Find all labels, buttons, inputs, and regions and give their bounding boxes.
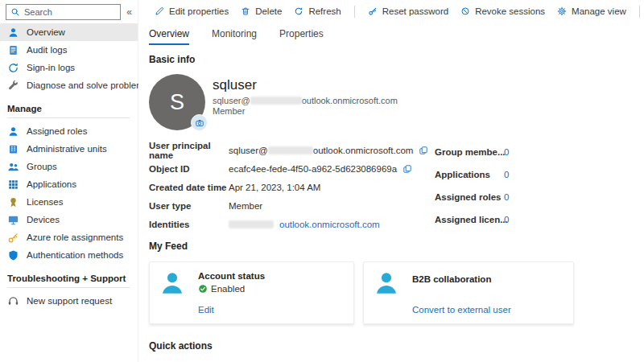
field-user-type: User type Member — [149, 200, 398, 212]
stat-group-memberships: Group membe... 0 — [435, 146, 509, 158]
refresh-button[interactable]: Refresh — [291, 5, 344, 18]
audit-logs-icon — [7, 44, 19, 56]
avatar: S — [149, 74, 205, 130]
gear-icon — [557, 6, 567, 16]
card-title: B2B collaboration — [412, 274, 491, 284]
sidebar-item-licenses[interactable]: Licenses — [0, 193, 138, 211]
stat-value-link[interactable]: 0 — [504, 215, 509, 224]
pencil-icon — [155, 6, 164, 16]
revoke-sessions-button[interactable]: Revoke sessions — [457, 5, 548, 18]
stat-value-link[interactable]: 0 — [504, 192, 509, 202]
trash-icon — [241, 6, 250, 16]
field-value: ecafc4ee-fede-4f50-a962-5d623086969a — [229, 164, 397, 174]
divider — [7, 287, 130, 288]
change-photo-button[interactable] — [191, 114, 208, 131]
toolbar-separator — [354, 6, 355, 18]
shield-icon — [7, 249, 19, 261]
email-prefix: sqluser@ — [213, 96, 250, 105]
tab-overview[interactable]: Overview — [149, 28, 189, 45]
sidebar-item-label: Authentication methods — [27, 250, 123, 260]
edit-properties-button[interactable]: Edit properties — [151, 5, 232, 18]
field-user-principal-name: User principal name sqluser@outlook.onmi… — [149, 144, 398, 157]
sidebar-item-overview[interactable]: Overview — [0, 23, 138, 41]
toolbar-label: Revoke sessions — [475, 6, 545, 16]
sidebar-item-groups[interactable]: Groups — [0, 158, 138, 175]
redacted-text — [250, 97, 302, 105]
identities-link[interactable]: outlook.onmicrosoft.com — [279, 220, 380, 229]
search-box[interactable] — [6, 4, 121, 20]
sidebar-item-label: Groups — [27, 162, 57, 171]
wrench-icon — [7, 80, 19, 92]
search-icon — [10, 7, 20, 17]
key-icon — [7, 232, 19, 244]
delete-button[interactable]: Delete — [237, 5, 285, 18]
block-icon — [460, 6, 470, 16]
stat-label: Applications — [435, 170, 504, 179]
sidebar-item-azure-role-assignments[interactable]: Azure role assignments — [0, 228, 138, 246]
sidebar-item-diagnose[interactable]: Diagnose and solve problems — [0, 76, 138, 94]
field-label: Created date time — [149, 183, 229, 192]
groups-icon — [7, 161, 19, 173]
redacted-text — [268, 146, 313, 154]
toolbar: Edit properties Delete Refresh Reset pas… — [151, 3, 644, 19]
toolbar-label: Reset password — [382, 6, 448, 16]
tab-monitoring[interactable]: Monitoring — [212, 28, 257, 45]
sidebar-nav: Overview Audit logs Sign-in logs Diagnos… — [0, 23, 138, 310]
copy-upn-button[interactable] — [419, 146, 428, 155]
main-content: Edit properties Delete Refresh Reset pas… — [138, 0, 644, 362]
stat-value-link[interactable]: 0 — [504, 170, 509, 179]
sidebar-item-devices[interactable]: Devices — [0, 211, 138, 228]
basic-info-fields: User principal name sqluser@outlook.onmi… — [149, 144, 398, 237]
stat-value-link[interactable]: 0 — [504, 147, 509, 157]
key-icon — [368, 6, 378, 16]
summary-stats: Group membe... 0 Applications 0 Assigned… — [435, 146, 509, 236]
assigned-roles-icon — [7, 125, 19, 138]
manage-view-button[interactable]: Manage view — [554, 5, 630, 18]
copy-object-id-button[interactable] — [402, 164, 412, 174]
sidebar-item-sign-in-logs[interactable]: Sign-in logs — [0, 59, 138, 76]
administrative-units-icon — [7, 143, 19, 155]
tab-properties[interactable]: Properties — [279, 28, 324, 45]
toolbar-label: Edit properties — [169, 6, 229, 16]
applications-icon — [7, 179, 19, 191]
sidebar-item-assigned-roles[interactable]: Assigned roles — [0, 122, 138, 140]
sidebar-item-audit-logs[interactable]: Audit logs — [0, 41, 138, 59]
user-display-name: sqluser — [213, 77, 257, 93]
reset-password-button[interactable]: Reset password — [365, 5, 452, 18]
sidebar-item-label: Audit logs — [27, 45, 68, 55]
search-input[interactable] — [24, 7, 116, 17]
edit-account-status-link[interactable]: Edit — [198, 305, 214, 315]
email-suffix: outlook.onmicrosoft.com — [302, 96, 398, 105]
person-icon — [158, 269, 187, 298]
sidebar-item-authentication-methods[interactable]: Authentication methods — [0, 246, 138, 264]
field-label: Identities — [149, 220, 229, 229]
sidebar-item-label: Devices — [27, 215, 60, 224]
field-value: sqluser@outlook.onmicrosoft.com — [229, 146, 413, 155]
sidebar-item-applications[interactable]: Applications — [0, 175, 138, 193]
b2b-collaboration-card: B2B collaboration Convert to external us… — [363, 261, 574, 324]
divider — [7, 117, 130, 118]
sidebar-item-label: New support request — [27, 296, 112, 306]
stat-label: Assigned licen... — [435, 215, 504, 224]
my-feed-heading: My Feed — [149, 241, 188, 252]
sidebar-item-administrative-units[interactable]: Administrative units — [0, 140, 138, 158]
field-identities: Identities outlook.onmicrosoft.com — [149, 218, 398, 231]
stat-assigned-roles: Assigned roles 0 — [435, 191, 509, 204]
account-status-card: Account status Enabled Edit — [149, 261, 354, 324]
sidebar-item-label: Administrative units — [27, 144, 107, 154]
sidebar-item-label: Assigned roles — [27, 126, 87, 136]
stat-assigned-licenses: Assigned licen... 0 — [435, 213, 509, 226]
refresh-icon — [294, 6, 303, 16]
sidebar-section-header-manage: Manage — [0, 101, 138, 116]
azure-user-overview-page: « Overview Audit logs Sign-in logs Diagn… — [0, 0, 644, 362]
sidebar-item-label: Sign-in logs — [27, 63, 75, 72]
check-circle-icon — [198, 284, 208, 294]
user-type-badge: Member — [213, 106, 245, 116]
sidebar: « Overview Audit logs Sign-in logs Diagn… — [0, 0, 138, 362]
sidebar-collapse-button[interactable]: « — [123, 6, 135, 18]
sidebar-item-new-support-request[interactable]: New support request — [0, 292, 138, 310]
my-feed-cards: Account status Enabled Edit B2B collabor… — [149, 261, 574, 324]
convert-to-external-user-link[interactable]: Convert to external user — [412, 305, 511, 315]
card-title: Account status — [198, 271, 265, 281]
sidebar-item-label: Azure role assignments — [27, 232, 123, 242]
